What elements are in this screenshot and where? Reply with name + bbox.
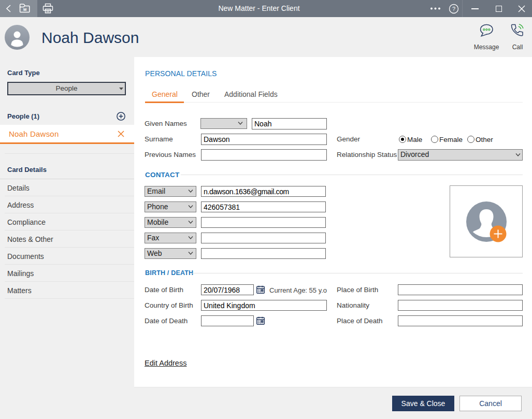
svg-text:?: ? bbox=[452, 6, 455, 12]
svg-text:M: M bbox=[23, 7, 26, 12]
